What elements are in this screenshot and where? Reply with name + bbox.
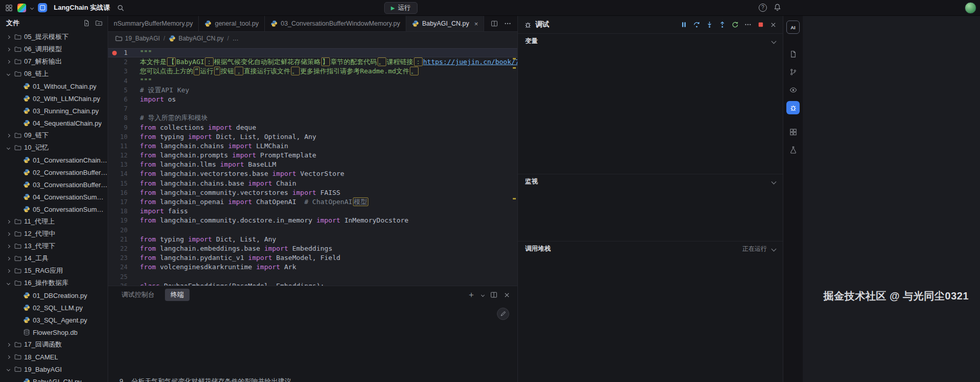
debug-section-header[interactable]: 调用堆栈正在运行 — [518, 241, 783, 256]
line-gutter[interactable]: 2 — [108, 57, 135, 67]
explorer-folder-item[interactable]: 12_代理中 — [0, 228, 108, 240]
step-into-icon[interactable] — [706, 21, 713, 28]
code-line[interactable]: 16from langchain_community.vectorstores … — [108, 188, 517, 197]
search-icon[interactable] — [117, 4, 124, 12]
help-icon[interactable]: ? — [759, 4, 767, 12]
step-over-icon[interactable] — [693, 21, 700, 28]
workspace-icon[interactable] — [38, 3, 47, 12]
code-line[interactable]: 1""" — [108, 48, 517, 57]
line-gutter[interactable]: 14 — [108, 169, 135, 178]
eye-icon[interactable] — [786, 83, 800, 96]
close-tab-icon[interactable]: × — [474, 20, 478, 28]
line-gutter[interactable]: 22 — [108, 244, 135, 253]
code-line[interactable]: 19from langchain_community.docstore.in_m… — [108, 216, 517, 225]
explorer-folder-item[interactable]: 15_RAG应用 — [0, 265, 108, 277]
code-line[interactable]: 2本文件是【BabyAGI：根据气候变化自动制定鲜花存储策略】章节的配套代码。课… — [108, 57, 517, 67]
editor-tab[interactable]: BabyAGI_CN.py× — [406, 16, 484, 31]
editor-overview-ruler[interactable] — [513, 45, 517, 286]
code-line[interactable]: 23from langchain.pydantic_v1 import Base… — [108, 253, 517, 263]
code-line[interactable]: 10from typing import Dict, List, Optiona… — [108, 132, 517, 142]
line-gutter[interactable]: 23 — [108, 253, 135, 263]
close-icon[interactable] — [504, 292, 510, 298]
line-gutter[interactable]: 17 — [108, 197, 135, 207]
editor-tab[interactable]: 03_ConversationBufferWindowMemory.py — [265, 16, 406, 31]
explorer-folder-item[interactable]: 05_提示模板下 — [0, 31, 108, 43]
explorer-folder-item[interactable]: 10_记忆 — [0, 142, 108, 154]
explorer-folder-item[interactable]: 08_链上 — [0, 68, 108, 80]
step-out-icon[interactable] — [719, 21, 726, 28]
code-line[interactable]: 12from langchain.prompts import PromptTe… — [108, 151, 517, 160]
explorer-folder-item[interactable]: 06_调用模型 — [0, 43, 108, 55]
run-button[interactable]: ▶ 运行 — [384, 2, 418, 14]
explorer-file-item[interactable]: 02_ConversationBufferMemor... — [0, 166, 108, 178]
notifications-icon[interactable] — [774, 4, 781, 11]
breadcrumb-item[interactable]: 19_BabyAGI — [115, 35, 160, 42]
code-line[interactable]: 25 — [108, 272, 517, 282]
explorer-folder-item[interactable]: 16_操作数据库 — [0, 277, 108, 289]
explorer-file-item[interactable]: 03_Running_Chain.py — [0, 105, 108, 117]
explorer-folder-item[interactable]: 18_CAMEL — [0, 351, 108, 363]
code-line[interactable]: 6import os — [108, 95, 517, 104]
explorer-file-item[interactable]: 02_With_LLMChain.py — [0, 92, 108, 105]
code-line[interactable]: 14from langchain.vectorstores.base impor… — [108, 169, 517, 178]
apps-menu-icon[interactable] — [5, 4, 13, 12]
code-line[interactable]: 11from langchain.chains import LLMChain — [108, 142, 517, 151]
explorer-folder-item[interactable]: 14_工具 — [0, 252, 108, 265]
new-terminal-icon[interactable]: ＋ — [467, 291, 475, 299]
more-actions-icon[interactable] — [504, 20, 511, 27]
code-line[interactable]: 21from typing import Dict, List, Any — [108, 235, 517, 244]
line-gutter[interactable]: 20 — [108, 226, 135, 235]
code-line[interactable]: 5# 设置API Key — [108, 86, 517, 95]
explorer-file-item[interactable]: 03_SQL_Agent.py — [0, 314, 108, 326]
explorer-folder-item[interactable]: 11_代理上 — [0, 215, 108, 228]
code-line[interactable]: 24from volcenginesdkarkruntime import Ar… — [108, 263, 517, 272]
code-line[interactable]: 8# 导入所需的库和模块 — [108, 113, 517, 123]
chevron-down-icon[interactable] — [30, 6, 34, 9]
editor-tab[interactable]: nSummaryBufferMemory.py — [108, 16, 199, 31]
code-line[interactable]: 20 — [108, 226, 517, 235]
debug-section-header[interactable]: 监视 — [518, 174, 783, 189]
ai-assistant-icon[interactable]: AI — [786, 21, 800, 34]
line-gutter[interactable]: 1 — [108, 48, 135, 57]
close-icon[interactable] — [770, 22, 777, 28]
line-gutter[interactable]: 11 — [108, 142, 135, 151]
breadcrumb-item[interactable]: … — [233, 35, 239, 42]
explorer-folder-item[interactable]: 09_链下 — [0, 129, 108, 142]
explorer-folder-item[interactable]: 17_回调函数 — [0, 338, 108, 351]
code-line[interactable]: 13from langchain.llms import BaseLLM — [108, 160, 517, 169]
new-file-icon[interactable] — [83, 19, 90, 27]
edit-pencil-icon[interactable] — [497, 308, 509, 320]
panel-tab-terminal[interactable]: 终端 — [165, 289, 190, 301]
line-gutter[interactable]: 6 — [108, 95, 135, 104]
dropdown-icon[interactable] — [482, 294, 484, 296]
line-gutter[interactable]: 19 — [108, 216, 135, 225]
explorer-file-item[interactable]: 01_DBCreation.py — [0, 289, 108, 301]
code-line[interactable]: 4""" — [108, 76, 517, 86]
stop-icon[interactable] — [757, 21, 764, 28]
explorer-file-item[interactable]: 04_SequentialChain.py — [0, 117, 108, 129]
editor-tab[interactable]: general_tool.py — [199, 16, 264, 31]
explorer-file-item[interactable]: 01_Without_Chain.py — [0, 80, 108, 92]
explorer-file-item[interactable]: BabyAGI_CN.py — [0, 375, 108, 382]
line-gutter[interactable]: 8 — [108, 113, 135, 123]
explorer-file-item[interactable]: FlowerShop.db — [0, 326, 108, 338]
workspace-name[interactable]: LangChain 实战课 — [54, 3, 110, 12]
line-gutter[interactable]: 24 — [108, 263, 135, 272]
debug-section-header[interactable]: 变量 — [518, 33, 783, 48]
line-gutter[interactable]: 26 — [108, 282, 135, 286]
panel-tab-debug-console[interactable]: 调试控制台 — [119, 289, 157, 301]
line-gutter[interactable]: 21 — [108, 235, 135, 244]
code-editor[interactable]: 1"""2本文件是【BabyAGI：根据气候变化自动制定鲜花存储策略】章节的配套… — [108, 45, 517, 286]
line-gutter[interactable]: 12 — [108, 151, 135, 160]
more-actions-icon[interactable] — [744, 21, 752, 28]
explorer-file-item[interactable]: 02_SQL_LLM.py — [0, 301, 108, 314]
line-gutter[interactable]: 18 — [108, 207, 135, 216]
code-line[interactable]: 26class DoubaoEmbeddings(BaseModel, Embe… — [108, 282, 517, 286]
explorer-folder-item[interactable]: 07_解析输出 — [0, 55, 108, 68]
explorer-folder-item[interactable]: 19_BabyAGI — [0, 363, 108, 375]
pause-icon[interactable] — [680, 21, 687, 28]
line-gutter[interactable]: 15 — [108, 179, 135, 188]
line-gutter[interactable]: 16 — [108, 188, 135, 197]
testing-icon[interactable] — [786, 143, 800, 156]
extensions-icon[interactable] — [786, 125, 800, 138]
